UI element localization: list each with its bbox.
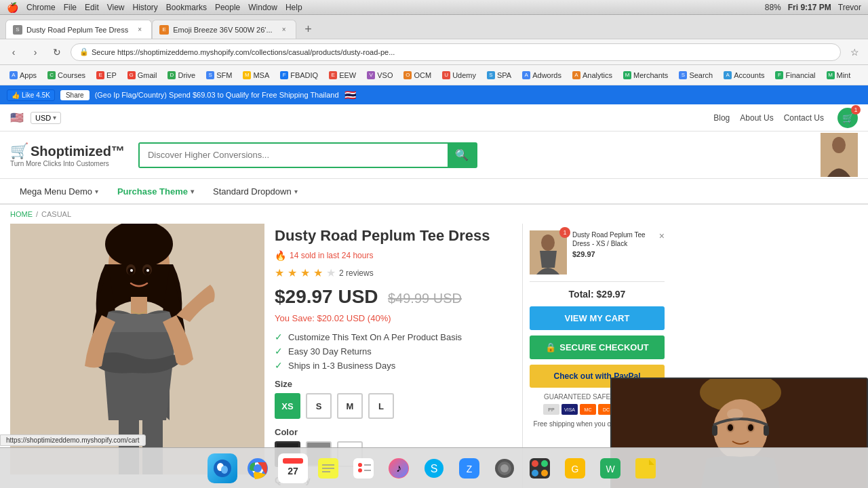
currency-selector[interactable]: USD ▾	[31, 112, 61, 124]
help-menu[interactable]: Help	[285, 3, 302, 12]
bookmark-spa[interactable]: S SPA	[483, 70, 515, 81]
back-button[interactable]: ‹	[5, 44, 22, 60]
sold-badge: 🔥 14 sold in last 24 hours	[275, 250, 515, 261]
bookmark-accounts[interactable]: A Accounts	[719, 70, 768, 81]
bookmark-vso[interactable]: V VSO	[363, 70, 397, 81]
bookmark-icon-spa: S	[487, 71, 495, 79]
bookmark-adwords[interactable]: A Adwords	[518, 70, 566, 81]
forward-button[interactable]: ›	[27, 44, 43, 60]
cart-icon[interactable]: 🛒 1	[837, 108, 858, 128]
tab-emoji-breeze[interactable]: E Emoji Breeze 36V 500W 26'... ×	[152, 20, 296, 39]
cart-summary-header	[821, 133, 858, 177]
bookmark-icon-apps: A	[9, 71, 18, 79]
bookmark-gmail[interactable]: G Gmail	[123, 70, 161, 81]
bookmark-label-search: Search	[689, 71, 713, 79]
bookmark-label-mint: Mint	[837, 71, 851, 79]
bookmark-mint[interactable]: M Mint	[823, 70, 855, 81]
dock-zoom[interactable]: Z	[454, 453, 484, 483]
like-button[interactable]: 👍 Like 4.5K	[7, 89, 55, 101]
dock-notes[interactable]	[313, 453, 343, 483]
dock-analytics[interactable]: G	[560, 453, 590, 483]
size-s[interactable]: S	[306, 393, 332, 419]
bookmark-fbadiq[interactable]: F FBADIQ	[276, 70, 322, 81]
dock-calendar[interactable]: 27	[278, 453, 308, 483]
dock-itunes[interactable]: ♪	[384, 453, 414, 483]
like-label: Like	[22, 92, 34, 99]
bookmark-icon-eew: E	[329, 71, 337, 79]
bookmarks-menu[interactable]: Bookmarks	[166, 3, 207, 12]
dock-wifi[interactable]: W	[595, 453, 625, 483]
product-title: Dusty Road Peplum Tee Dress	[275, 227, 515, 245]
cart-item-remove-button[interactable]: ×	[659, 230, 665, 241]
feature-text-1: Customize This Text On A Per Product Bas…	[288, 332, 462, 342]
bookmark-eew[interactable]: E EEW	[325, 70, 360, 81]
tab-dusty-road[interactable]: S Dusty Road Peplum Tee Dress ×	[5, 20, 152, 39]
logo-search-bar: 🛒 Shoptimized™ Turn More Clicks Into Cus…	[0, 131, 868, 179]
search-button[interactable]: 🔍	[448, 144, 476, 167]
file-menu[interactable]: File	[64, 3, 77, 12]
new-tab-button[interactable]: +	[299, 20, 318, 39]
tab-close-2[interactable]: ×	[279, 25, 289, 35]
review-count: 2 reviews	[339, 268, 374, 278]
bookmark-apps[interactable]: A Apps	[5, 70, 41, 81]
dock-skype[interactable]: S	[419, 453, 449, 483]
tab-close-1[interactable]: ×	[135, 25, 144, 35]
reload-button[interactable]: ↻	[49, 44, 65, 60]
bookmark-analytics[interactable]: A Analytics	[568, 70, 616, 81]
size-xs[interactable]: XS	[275, 393, 300, 419]
view-cart-button[interactable]: VIEW MY CART	[530, 306, 665, 330]
apple-menu-icon[interactable]: 🍎	[7, 2, 18, 13]
bookmark-sfm[interactable]: S SFM	[202, 70, 236, 81]
bookmark-financial[interactable]: F Financial	[771, 70, 819, 81]
secure-icon: 🔒	[79, 47, 89, 56]
cart-icon-wrapper[interactable]: 🛒 1	[837, 108, 858, 128]
search-input[interactable]	[140, 144, 448, 167]
bookmark-merchants[interactable]: M Merchants	[619, 70, 672, 81]
breadcrumb-home[interactable]: HOME	[10, 210, 33, 218]
cart-item-count-badge: 1	[559, 227, 570, 238]
nav-purchase-theme[interactable]: Purchase Theme ▾	[108, 181, 203, 202]
size-l[interactable]: L	[368, 393, 394, 419]
menu-bar: Chrome File Edit View History Bookmarks …	[26, 3, 302, 12]
chrome-menu[interactable]: Chrome	[26, 3, 56, 12]
dock-finder[interactable]	[208, 453, 237, 483]
view-menu[interactable]: View	[107, 3, 125, 12]
breadcrumb-separator: /	[36, 210, 38, 218]
bookmark-icon-vso: V	[367, 71, 375, 79]
svg-point-58	[532, 460, 538, 467]
bookmark-courses[interactable]: C Courses	[43, 70, 90, 81]
contact-link[interactable]: Contact Us	[784, 113, 824, 123]
bookmark-drive[interactable]: D Drive	[163, 70, 199, 81]
cart-item-price: $29.97	[572, 250, 654, 258]
people-menu[interactable]: People	[215, 3, 240, 12]
history-menu[interactable]: History	[133, 3, 158, 12]
blog-link[interactable]: Blog	[713, 113, 730, 123]
rating-stars: ★ ★ ★ ★ ★ 2 reviews	[275, 266, 515, 279]
search-bar: 🔍	[138, 142, 477, 168]
bookmark-search[interactable]: S Search	[675, 70, 717, 81]
cart-badge: 1	[851, 105, 861, 115]
dock-chrome[interactable]	[243, 453, 273, 483]
edit-menu[interactable]: Edit	[85, 3, 99, 12]
dock-stickies[interactable]	[631, 453, 660, 483]
bookmark-star-button[interactable]: ☆	[846, 44, 863, 60]
bookmark-ep[interactable]: E EP	[92, 70, 121, 81]
user-name: Trevor	[838, 3, 861, 12]
dock-colorsnapper[interactable]	[525, 453, 555, 483]
cart-item-name: Dusty Road Peplum Tee Dress - XS / Black	[572, 230, 654, 248]
nav-mega-menu[interactable]: Mega Menu Demo ▾	[10, 181, 108, 202]
dock-reminders[interactable]	[349, 453, 378, 483]
size-m[interactable]: M	[337, 393, 363, 419]
cart-mini-preview[interactable]	[821, 133, 858, 177]
url-bar[interactable]: 🔒 Secure https://shoptimizeddemo.myshopi…	[71, 43, 841, 61]
share-button[interactable]: Share	[60, 90, 90, 100]
about-link[interactable]: About Us	[740, 113, 773, 123]
nav-standard-dropdown[interactable]: Standard Dropdown ▾	[203, 181, 307, 202]
bookmark-udemy[interactable]: U Udemy	[438, 70, 480, 81]
bookmark-ocm[interactable]: O OCM	[399, 70, 435, 81]
window-menu[interactable]: Window	[248, 3, 277, 12]
bookmark-msa[interactable]: M MSA	[239, 70, 273, 81]
secure-checkout-label: SECURE CHECKOUT	[559, 342, 648, 352]
dock-quicksilver[interactable]	[490, 453, 519, 483]
secure-checkout-button[interactable]: 🔒 SECURE CHECKOUT	[530, 336, 665, 359]
